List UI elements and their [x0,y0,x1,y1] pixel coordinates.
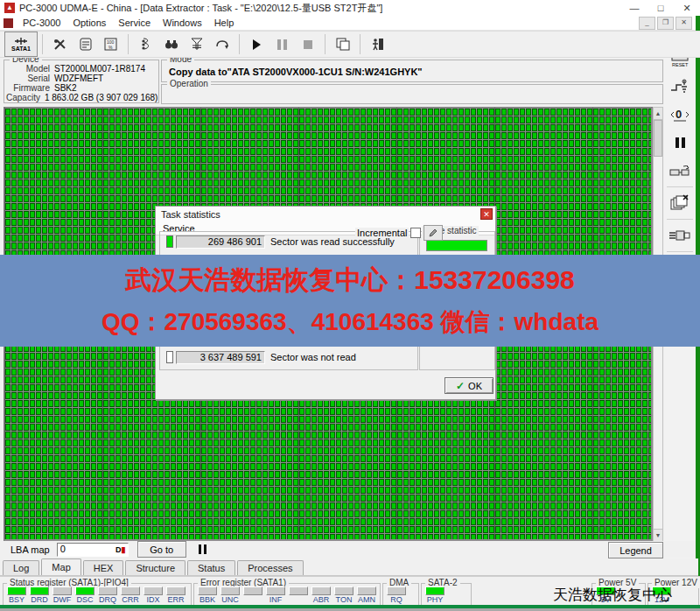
binoculars-icon [164,39,178,50]
menu-bar: PC-3000 Options Service Windows Help _ ❐… [0,16,696,31]
menu-service[interactable]: Service [112,18,157,28]
tab-label: Map [52,562,70,572]
led-drd: DRD [28,586,51,604]
utilities-button[interactable] [47,33,73,56]
incremental-control: Incremental [355,225,443,241]
device-field-firmware: Firmware SBK2 [6,83,157,93]
goto-label: Go to [150,544,173,555]
status-color-swatch [166,235,173,248]
filter-button[interactable] [184,33,209,56]
start-button[interactable] [244,33,270,56]
tab-log[interactable]: Log [3,560,39,575]
dialog-title-bar[interactable]: Task statistics ✕ [156,207,495,222]
toolbar-separator [239,34,240,54]
script-button[interactable] [73,33,98,56]
field-label: Serial [6,74,50,83]
mdi-restore-button[interactable]: ❐ [657,17,674,30]
led-inf: INF [264,586,287,604]
resources-button[interactable]: 100% [98,33,123,56]
tab-label: Log [13,563,29,573]
sata1-label: SATA1 [11,46,31,52]
stop-icon [304,40,312,49]
mode-value: Copy data to"ATA ST2000VX000-1CU1 S/N:W2… [169,67,423,77]
mdi-document-icon [4,18,13,28]
svg-text:RESET: RESET [672,62,689,67]
led-blank [287,586,310,604]
exit-button[interactable] [365,33,390,56]
pause-button[interactable] [270,33,295,56]
field-label: Capacity [6,93,40,102]
tab-structure[interactable]: Structure [125,560,186,575]
window-title: PC-3000 UDMA-E - China - [Data Extractor… [19,2,382,15]
incremental-checkbox[interactable] [410,228,421,238]
stop-button[interactable] [295,33,320,56]
close-button[interactable]: ✕ [674,0,700,16]
legend-label: Legend [620,545,652,556]
play-icon [253,39,261,50]
field-value: ST2000LM007-1R8174 [54,64,145,74]
adapter-icon [669,163,690,179]
tab-map[interactable]: Map [41,558,80,575]
minimize-button[interactable]: — [621,0,648,16]
toolbar-separator [360,34,360,54]
tab-label: Status [198,563,225,573]
rail-pause-button[interactable] [666,130,694,156]
map-pause-icon[interactable] [199,544,206,554]
adapter-settings-button[interactable] [666,158,694,184]
field-value: WDZFMEFT [54,74,103,83]
led-err: ERR [164,586,187,604]
scrollbar-thumb[interactable] [654,120,662,157]
field-value: SBK2 [54,83,77,93]
operation-panel-title: Operation [167,79,211,89]
toolbar-separator [42,34,43,54]
lba-input[interactable] [59,544,116,555]
sata1-port-button[interactable]: SATA1 [4,32,38,57]
eject-button[interactable] [209,33,234,56]
maximize-button[interactable]: □ [648,0,674,16]
led-rq: RQ [385,586,408,604]
delete-copy-button[interactable] [666,190,694,216]
tab-processes[interactable]: Processes [237,560,303,575]
svg-text:%: % [108,45,113,50]
field-value: 1 863.02 GB (3 907 029 168) [45,93,158,102]
incremental-edit-button[interactable] [424,225,443,241]
device-field-serial: Serial WDZFMEFT [6,74,157,83]
goto-button[interactable]: Go to [137,541,186,558]
menu-help[interactable]: Help [208,18,241,28]
led-phy: PHY [424,586,446,604]
tab-label: Processes [248,563,292,573]
copy-sectors-button[interactable] [330,33,355,56]
tab-status[interactable]: Status [187,560,235,575]
port-connector-button[interactable] [666,222,694,249]
search-button[interactable] [158,33,184,56]
pause-icon [277,39,287,50]
view-tab-bar: Log Map HEX Structure Status Processes [0,558,698,576]
led-bsy: BSY [5,586,28,604]
toolbar-separator [325,34,326,54]
lba-input-wrap: D▮ [57,543,129,557]
toolbar-separator [128,34,129,54]
zero-track-button[interactable]: 0 [666,102,694,128]
device-panel: Device Model ST2000LM007-1R8174 Serial W… [4,60,159,103]
funnel-icon [190,38,204,51]
lba-format-toggle[interactable]: D▮ [114,544,128,556]
zero-icon: 0 [669,106,690,123]
scroll-down-icon[interactable]: ▼ [654,529,662,541]
led-blank [242,586,264,604]
led-dwf: DWF [51,586,74,604]
power-control-button[interactable] [666,74,694,100]
notes-button[interactable] [133,33,158,56]
mdi-close-button[interactable]: ✕ [676,17,692,30]
menu-windows[interactable]: Windows [157,18,208,28]
scroll-up-icon[interactable]: ▲ [654,108,662,120]
menu-options[interactable]: Options [66,18,112,28]
mdi-minimize-button[interactable]: _ [639,17,655,30]
dialog-close-button[interactable]: ✕ [480,208,493,220]
tab-hex[interactable]: HEX [83,560,124,575]
menu-pc3000[interactable]: PC-3000 [17,18,66,28]
legend-button[interactable]: Legend [608,542,663,558]
status-register-group: Status register (SATA1)-[PIO4] BSY DRD D… [3,583,192,606]
ok-button[interactable]: ✓ OK [444,377,494,394]
sector-count-value: 269 486 901 [176,235,265,249]
led-unc: UNC [219,586,242,604]
